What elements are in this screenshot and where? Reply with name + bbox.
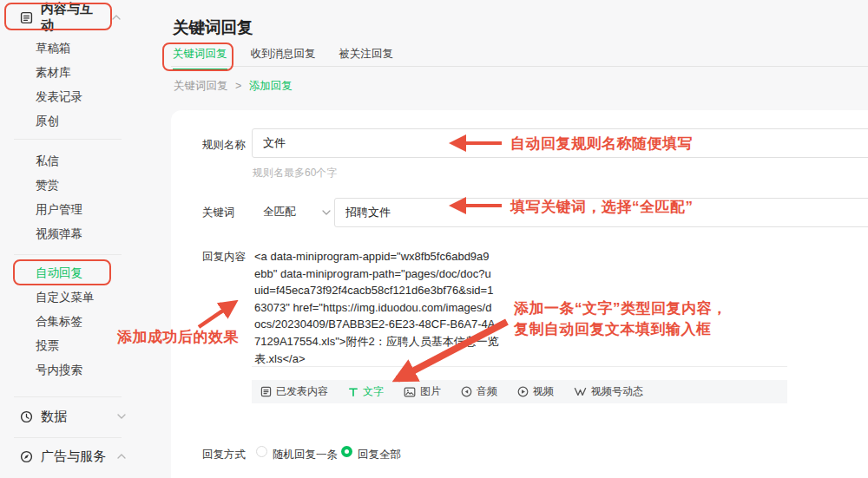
divider xyxy=(252,366,787,367)
keyword-input[interactable] xyxy=(334,198,868,227)
chevron-up-icon xyxy=(112,15,121,20)
tab-message-reply[interactable]: 收到消息回复 xyxy=(251,47,316,71)
chevron-down-icon xyxy=(117,414,126,419)
sidebar-item-assets[interactable]: 素材库 xyxy=(0,61,171,85)
sidebar-section-content[interactable]: 内容与互动 xyxy=(0,0,171,33)
reply-content-line: ebb" data-miniprogram-path="pages/doc/do… xyxy=(254,265,499,283)
content-icon xyxy=(20,11,33,24)
rule-name-label: 规则名称 xyxy=(202,138,246,153)
reply-content-label: 回复内容 xyxy=(202,250,246,265)
toolbar-label: 视频号动态 xyxy=(591,384,643,399)
toolbar-label: 文字 xyxy=(363,384,384,399)
chevron-up-icon xyxy=(117,454,126,459)
radio-random-reply[interactable] xyxy=(256,446,267,457)
breadcrumb-separator: > xyxy=(235,80,241,92)
reply-mode-label: 回复方式 xyxy=(202,448,246,462)
sidebar-section-ads[interactable]: 广告与服务 xyxy=(0,442,171,470)
breadcrumb: 关键词回复 > 添加回复 xyxy=(174,79,293,94)
sidebar-item-auto-reply[interactable]: 自动回复 xyxy=(0,261,171,285)
reply-content-item[interactable]: <a data-miniprogram-appid="wx8fb5fc6abd9… xyxy=(254,248,499,367)
sidebar-item-video-danmu[interactable]: 视频弹幕 xyxy=(0,222,171,246)
sidebar-section-label: 内容与互动 xyxy=(41,1,104,34)
reply-content-line: ocs/20230409/B7ABB3E2-6E23-48CF-B6A7-4A xyxy=(254,316,499,333)
toolbar-label: 音频 xyxy=(477,384,497,399)
keyword-label: 关键词 xyxy=(202,206,235,220)
sidebar-item-publish-history[interactable]: 发表记录 xyxy=(0,85,171,109)
sidebar-item-appreciation[interactable]: 赞赏 xyxy=(0,174,171,198)
reply-content-line: 表.xls</a> xyxy=(254,350,499,368)
divider xyxy=(14,254,122,255)
sidebar-section-label: 广告与服务 xyxy=(41,449,106,465)
toolbar-label: 已发表内容 xyxy=(276,384,328,399)
breadcrumb-parent[interactable]: 关键词回复 xyxy=(174,80,228,92)
page-title: 关键词回复 xyxy=(173,16,253,38)
text-icon xyxy=(348,387,358,397)
audio-icon xyxy=(461,386,472,397)
divider xyxy=(171,66,868,67)
sidebar-item-in-account-search[interactable]: 号内搜索 xyxy=(0,358,171,383)
sidebar-section-label: 数据 xyxy=(41,409,67,425)
data-icon xyxy=(20,410,33,423)
text-reply-button[interactable]: 文字 xyxy=(348,384,384,399)
sidebar-item-custom-menu[interactable]: 自定义菜单 xyxy=(0,285,171,310)
radio-random-reply-label[interactable]: 随机回复一条 xyxy=(273,448,338,462)
radio-reply-all[interactable] xyxy=(341,446,352,457)
chevron-down-icon xyxy=(322,210,331,215)
sidebar-item-private-message[interactable]: 私信 xyxy=(0,149,171,174)
reply-content-line: 7129A17554.xls">附件2：应聘人员基本信息一览 xyxy=(254,333,499,350)
reply-content-line: 63073" href="https://img.iduodou.com/ima… xyxy=(254,299,499,317)
channels-reply-button[interactable]: 视频号动态 xyxy=(574,384,643,399)
rule-name-hint: 规则名最多60个字 xyxy=(253,166,337,180)
sidebar-item-drafts[interactable]: 草稿箱 xyxy=(0,36,171,61)
breadcrumb-current: 添加回复 xyxy=(249,80,293,92)
match-type-value: 全匹配 xyxy=(263,205,296,219)
published-icon xyxy=(260,386,272,397)
published-content-button[interactable]: 已发表内容 xyxy=(260,384,328,399)
divider xyxy=(14,437,122,438)
toolbar-label: 图片 xyxy=(420,384,441,399)
image-reply-button[interactable]: 图片 xyxy=(404,384,441,399)
audio-reply-button[interactable]: 音频 xyxy=(461,384,497,399)
image-icon xyxy=(404,387,416,397)
ads-icon xyxy=(20,450,33,463)
channels-icon xyxy=(574,387,587,396)
toolbar-label: 视频 xyxy=(533,384,554,399)
video-reply-button[interactable]: 视频 xyxy=(517,384,554,399)
reply-content-line: uid=f45eca73f92f4cacb58cf121d6e3bf76&sid… xyxy=(254,282,499,299)
rule-name-input[interactable] xyxy=(252,128,868,158)
sidebar-item-user-management[interactable]: 用户管理 xyxy=(0,198,171,222)
divider xyxy=(14,396,122,397)
reply-content-line: <a data-miniprogram-appid="wx8fb5fc6abd9… xyxy=(254,248,499,265)
reply-type-toolbar: 已发表内容 文字 图片 音频 视频 视频号动态 xyxy=(252,380,787,403)
sidebar-item-vote[interactable]: 投票 xyxy=(0,334,171,358)
divider xyxy=(14,139,122,140)
tab-bar: 关键词回复 收到消息回复 被关注回复 xyxy=(173,47,393,71)
video-icon xyxy=(517,386,529,397)
tab-follow-reply[interactable]: 被关注回复 xyxy=(339,47,394,71)
radio-reply-all-label[interactable]: 回复全部 xyxy=(358,448,401,462)
sidebar-item-original[interactable]: 原创 xyxy=(0,109,171,134)
match-type-select[interactable]: 全匹配 xyxy=(263,205,331,219)
tab-keyword-reply[interactable]: 关键词回复 xyxy=(173,47,227,71)
sidebar-section-data[interactable]: 数据 xyxy=(0,403,171,430)
sidebar-item-collection-tags[interactable]: 合集标签 xyxy=(0,310,171,334)
sidebar: 内容与互动 草稿箱 素材库 发表记录 原创 私信 赞赏 用户管理 视频弹幕 自动… xyxy=(0,0,171,478)
